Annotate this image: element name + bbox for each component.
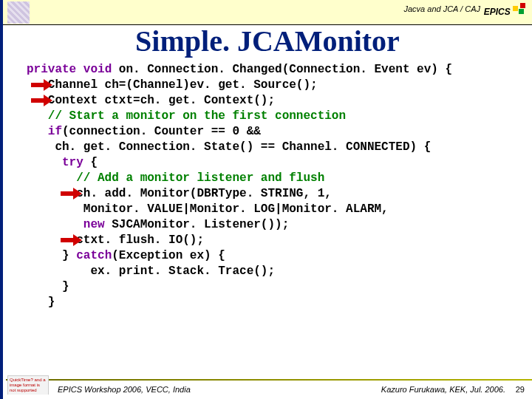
kw-if: if xyxy=(48,125,62,138)
kw-try: try xyxy=(62,156,83,169)
footer-left: EPICS Workshop 2006, VECC, India xyxy=(58,385,191,394)
code-l11c: SJCAMonitor. Listener()); xyxy=(105,218,290,231)
epics-badge: EPICS xyxy=(484,1,528,17)
code-l1d: on. Connection. Changed(Connection. Even… xyxy=(112,63,452,76)
code-block: private void on. Connection. Changed(Con… xyxy=(27,62,517,310)
arrow-icon xyxy=(31,95,53,106)
kw-catch: catch xyxy=(76,249,112,262)
code-l15: } xyxy=(27,280,69,293)
epics-squares-icon xyxy=(513,1,528,15)
logo-placeholder xyxy=(7,1,30,24)
code-l8: // Add a monitor listener and flush xyxy=(27,171,324,185)
arrow-icon xyxy=(61,188,83,199)
code-l5c: (connection. Counter == 0 && xyxy=(62,125,261,138)
kw-private: private xyxy=(27,63,76,76)
code-l7c: { xyxy=(83,156,98,169)
arrow-icon xyxy=(31,80,53,90)
code-l2: Channel ch=(Channel)ev. get. Source(); xyxy=(27,78,318,92)
kw-void: void xyxy=(83,63,112,76)
code-l16: } xyxy=(27,296,55,309)
arrow-icon xyxy=(61,235,83,245)
code-l10: Monitor. VALUE|Monitor. LOG|Monitor. ALA… xyxy=(27,202,389,216)
footer-right: Kazuro Furukawa, KEK, Jul. 2006. xyxy=(381,385,505,394)
code-l6: ch. get. Connection. State() == Channel.… xyxy=(27,140,431,154)
kw-new: new xyxy=(83,218,105,231)
bottom-edge xyxy=(3,395,532,399)
code-l12: ctxt. flush. IO(); xyxy=(27,233,204,247)
footer-divider xyxy=(6,379,532,381)
epics-badge-text: EPICS xyxy=(484,7,511,17)
code-l4: // Start a monitor on the first connecti… xyxy=(27,109,346,123)
page-number: 29 xyxy=(516,385,525,394)
code-l14: ex. print. Stack. Trace(); xyxy=(27,265,275,278)
code-l13c: (Exception ex) { xyxy=(112,249,225,262)
slide-title: Simple. JCAMonitor xyxy=(3,24,532,58)
code-l3: Context ctxt=ch. get. Context(); xyxy=(27,94,275,107)
slide: Jacva and JCA / CAJ EPICS Simple. JCAMon… xyxy=(0,0,532,399)
running-title: Jacva and JCA / CAJ xyxy=(403,4,480,13)
